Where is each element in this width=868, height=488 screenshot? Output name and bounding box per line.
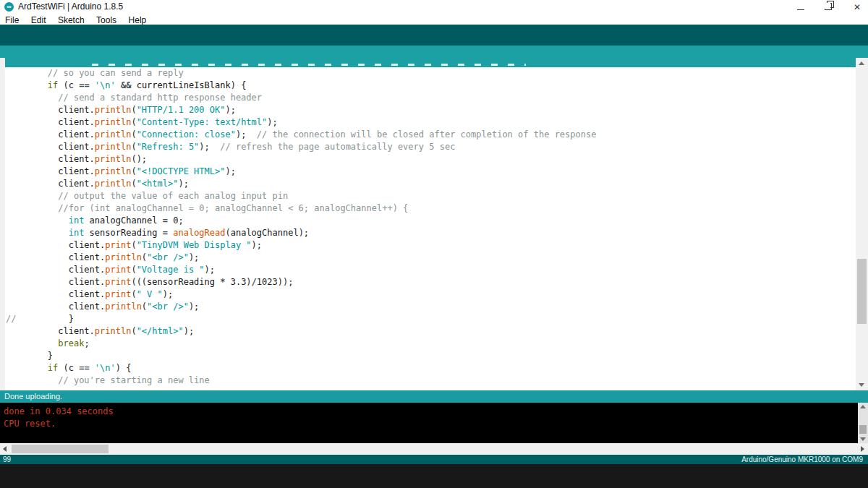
windows-taskbar: e — [0, 464, 868, 488]
scrollbar-thumb[interactable] — [857, 259, 867, 324]
scroll-down-arrow[interactable] — [860, 437, 866, 441]
close-icon: ✕ — [854, 2, 861, 12]
close-button[interactable]: ✕ — [845, 0, 868, 13]
scrollbar-thumb[interactable] — [859, 425, 867, 434]
output-console: done in 0.034 seconds CPU reset. — [0, 403, 868, 443]
cursor-line-number: 99 — [3, 455, 11, 463]
menu-edit[interactable]: Edit — [27, 14, 51, 25]
scroll-left-arrow[interactable] — [3, 446, 7, 452]
code-editor[interactable]: // so you can send a reply if (c == '\n'… — [0, 58, 868, 390]
editor-vertical-scrollbar[interactable] — [856, 58, 868, 390]
menu-help[interactable]: Help — [124, 14, 151, 25]
status-message: Done uploading. — [4, 392, 62, 401]
restore-icon — [825, 3, 832, 10]
minimize-icon — [797, 9, 804, 10]
arduino-ide-window: ∞ ArdTestWiFi | Arduino 1.8.5 ✕ File Edi… — [0, 0, 868, 488]
console-vertical-scrollbar[interactable] — [858, 403, 868, 443]
tab-bar: ArdTestWiFi ▼ — [0, 45, 868, 58]
scrollbar-thumb[interactable] — [12, 445, 109, 453]
console-horizontal-scrollbar[interactable] — [0, 443, 868, 455]
scroll-down-arrow[interactable] — [859, 383, 864, 387]
scroll-up-arrow[interactable] — [859, 61, 864, 65]
toolbar: ✓ → — [0, 25, 868, 45]
ide-footer-strip: 99 Arduino/Genuino MKR1000 on COM9 — [0, 455, 868, 464]
arduino-app-icon: ∞ — [4, 2, 14, 12]
status-bar: Done uploading. — [0, 390, 868, 403]
menu-sketch[interactable]: Sketch — [54, 14, 89, 25]
console-line: CPU reset. — [4, 418, 56, 430]
console-line: done in 0.034 seconds — [4, 406, 114, 418]
menu-bar: File Edit Sketch Tools Help — [0, 13, 868, 25]
window-title: ArdTestWiFi | Arduino 1.8.5 — [18, 1, 123, 12]
scroll-up-arrow[interactable] — [860, 405, 866, 408]
code-area[interactable]: // so you can send a reply if (c == '\n'… — [6, 67, 596, 387]
restore-button[interactable] — [816, 0, 841, 13]
title-bar: ∞ ArdTestWiFi | Arduino 1.8.5 ✕ — [0, 0, 868, 13]
menu-tools[interactable]: Tools — [92, 14, 121, 25]
minimize-button[interactable] — [788, 0, 813, 13]
scroll-right-arrow[interactable] — [861, 446, 864, 452]
menu-file[interactable]: File — [1, 14, 23, 25]
board-port-info: Arduino/Genuino MKR1000 on COM9 — [741, 455, 863, 463]
selected-line-highlight — [5, 58, 856, 67]
editor-gutter — [0, 58, 5, 390]
